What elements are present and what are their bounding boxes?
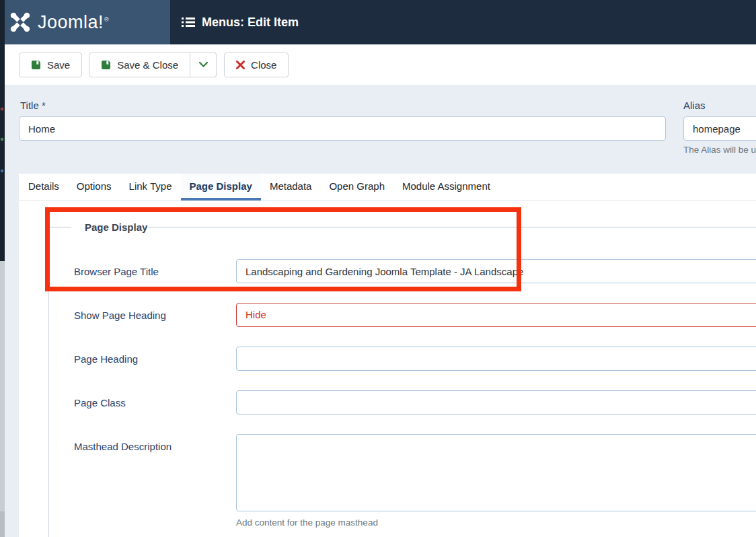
tab-page-display[interactable]: Page Display xyxy=(181,174,261,201)
save-button-label: Save xyxy=(47,59,70,71)
tab-module-assignment[interactable]: Module Assignment xyxy=(393,174,499,201)
legend-line-left xyxy=(48,227,71,227)
masthead-description-hint: Add content for the page masthead xyxy=(236,517,378,528)
masthead-description-textarea[interactable] xyxy=(236,434,756,511)
alias-input[interactable] xyxy=(683,116,756,141)
tabstrip: Details Options Link Type Page Display M… xyxy=(19,174,756,201)
page-heading-label: Page Heading xyxy=(74,353,138,365)
show-page-heading-label: Show Page Heading xyxy=(74,310,166,321)
alias-label: Alias xyxy=(683,100,706,111)
page-title: Menus: Edit Item xyxy=(202,15,299,30)
alias-hint: The Alias will be use xyxy=(683,145,756,155)
save-icon xyxy=(31,60,41,70)
page-class-label: Page Class xyxy=(74,397,126,408)
save-button[interactable]: Save xyxy=(19,52,82,77)
tab-link-type[interactable]: Link Type xyxy=(120,174,181,201)
save-icon xyxy=(101,60,111,70)
tab-metadata[interactable]: Metadata xyxy=(261,174,321,201)
tab-open-graph[interactable]: Open Graph xyxy=(320,174,393,201)
save-options-dropdown-toggle[interactable] xyxy=(190,52,217,77)
page-class-input[interactable] xyxy=(236,390,756,415)
title-input[interactable] xyxy=(19,116,666,141)
tab-details[interactable]: Details xyxy=(20,174,68,201)
close-button[interactable]: Close xyxy=(224,52,289,77)
toolbar: Save Save & Close C xyxy=(0,44,756,85)
save-and-close-label: Save & Close xyxy=(117,59,178,71)
screen-edge-artifact xyxy=(1,170,3,172)
tab-options[interactable]: Options xyxy=(68,174,120,201)
close-x-icon xyxy=(236,61,245,69)
screen-edge-artifact xyxy=(1,138,3,141)
page-heading-input[interactable] xyxy=(236,347,756,371)
joomla-wordmark: Joomla!® xyxy=(38,12,108,33)
joomla-logo-area: Joomla!® xyxy=(0,0,170,44)
chevron-down-icon xyxy=(199,62,208,67)
admin-header: Joomla!® Menus: Edit Item xyxy=(0,0,756,44)
screen-edge-artifact xyxy=(1,108,3,110)
screen-edge-sliver xyxy=(0,0,5,537)
title-label: Title * xyxy=(20,100,46,111)
legend-line-right xyxy=(148,227,756,227)
page-title-bar: Menus: Edit Item xyxy=(170,0,756,44)
close-button-label: Close xyxy=(251,59,276,71)
save-and-close-button[interactable]: Save & Close xyxy=(89,52,190,77)
joomla-logo-icon xyxy=(9,11,32,34)
menu-list-icon xyxy=(182,17,195,28)
show-page-heading-select[interactable]: Hide xyxy=(236,303,756,327)
fieldset-left-border xyxy=(48,227,49,537)
registered-mark: ® xyxy=(104,16,109,23)
browser-page-title-label: Browser Page Title xyxy=(74,266,159,277)
masthead-description-label: Masthead Description xyxy=(74,441,172,452)
save-close-split-button: Save & Close xyxy=(89,52,217,77)
browser-page-title-input[interactable] xyxy=(236,259,756,283)
page-display-legend: Page Display xyxy=(85,221,147,233)
